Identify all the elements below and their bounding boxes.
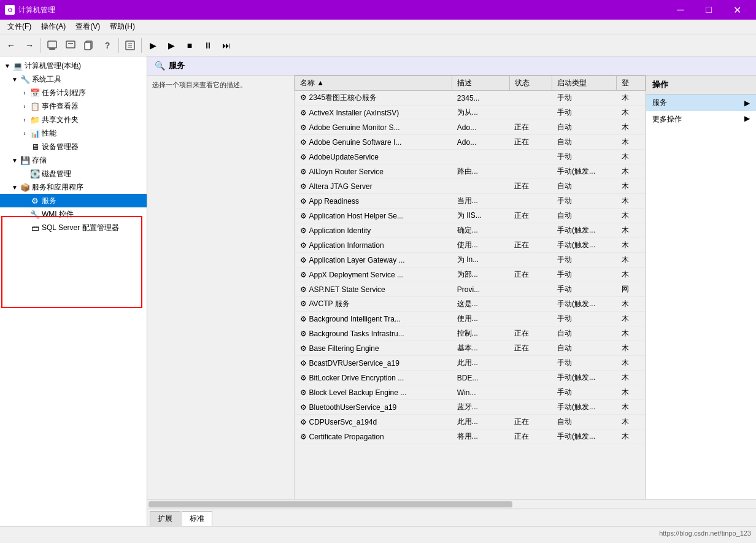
toolbar-help[interactable]: ? [99, 37, 116, 54]
toggle-sql[interactable] [20, 223, 29, 233]
table-row[interactable]: ⚙Application Host Helper Se... 为 IIS... … [295, 209, 646, 223]
service-status [509, 223, 552, 238]
menu-action[interactable]: 操作(A) [36, 20, 71, 33]
sql-icon: 🗃 [29, 222, 40, 233]
service-name: ⚙Altera JTAG Server [295, 179, 452, 194]
tree-services[interactable]: ⚙ 服务 [0, 194, 147, 207]
tree-wmi[interactable]: 🔧 WMI 控件 [0, 207, 147, 221]
table-row[interactable]: ⚙Block Level Backup Engine ... Win... 手动… [295, 385, 646, 400]
menu-file[interactable]: 文件(F) [2, 20, 36, 33]
toggle-system[interactable]: ▼ [10, 74, 20, 84]
tree-storage[interactable]: ▼ 💾 存储 [0, 153, 147, 167]
table-row[interactable]: ⚙App Readiness 当用... 手动 木 [295, 194, 646, 209]
table-row[interactable]: ⚙2345看图王核心服务 2345... 手动 木 [295, 91, 646, 106]
tab-standard[interactable]: 标准 [182, 511, 212, 526]
table-row[interactable]: ⚙Background Intelligent Tra... 使用... 手动 … [295, 312, 646, 326]
table-row[interactable]: ⚙Application Layer Gateway ... 为 In... 手… [295, 253, 646, 268]
toggle-task[interactable]: › [20, 88, 29, 98]
table-row[interactable]: ⚙CDPUserSvc_a194d 此用... 正在 自动 木 [295, 415, 646, 429]
table-row[interactable]: ⚙Base Filtering Engine 基本... 正在 自动 木 [295, 341, 646, 356]
toggle-shared[interactable]: › [20, 115, 29, 125]
table-row[interactable]: ⚙Application Identity 确定... 手动(触发... 木 [295, 223, 646, 238]
toggle-services[interactable] [20, 196, 29, 206]
toggle-event[interactable]: › [20, 101, 29, 111]
service-desc: 为部... [452, 268, 509, 282]
table-row[interactable]: ⚙Certificate Propagation 将用... 正在 手动(触发.… [295, 429, 646, 444]
tree-event-viewer[interactable]: › 📋 事件查看器 [0, 99, 147, 113]
service-login: 木 [617, 194, 646, 209]
col-header-name[interactable]: 名称 ▲ [295, 76, 452, 91]
table-row[interactable]: ⚙BitLocker Drive Encryption ... BDE... 手… [295, 371, 646, 385]
table-row[interactable]: ⚙AdobeUpdateService 手动 木 [295, 150, 646, 164]
toolbar-forward[interactable]: → [21, 37, 38, 54]
scrollbar-thumb[interactable] [148, 501, 512, 507]
toolbar: ← → ? ▶ ▶ ■ ⏸ ⏭ [0, 34, 756, 56]
service-desc: 此用... [452, 415, 509, 429]
close-button[interactable]: ✕ [723, 0, 751, 20]
toolbar-copy[interactable] [80, 37, 98, 54]
tree-disk-management[interactable]: 💽 磁盘管理 [0, 167, 147, 180]
menu-help[interactable]: 帮助(H) [105, 20, 140, 33]
tab-expand[interactable]: 扩展 [150, 511, 180, 526]
service-login: 木 [617, 253, 646, 268]
tree-root[interactable]: ▼ 💻 计算机管理(本地) [0, 59, 147, 72]
toolbar-up[interactable] [44, 37, 61, 54]
toggle-disk[interactable] [20, 169, 29, 179]
tree-services-apps[interactable]: ▼ 📦 服务和应用程序 [0, 180, 147, 194]
toolbar-play2[interactable]: ▶ [163, 37, 180, 54]
horizontal-scrollbar[interactable] [147, 499, 756, 509]
service-startup: 手动(触发... [552, 164, 617, 179]
toggle-wmi[interactable] [20, 209, 29, 219]
maximize-button[interactable]: □ [695, 0, 723, 20]
toolbar-pause[interactable]: ⏸ [199, 37, 217, 54]
table-row[interactable]: ⚙Background Tasks Infrastru... 控制... 正在 … [295, 326, 646, 341]
service-login: 木 [617, 371, 646, 385]
tree-device-manager[interactable]: 🖥 设备管理器 [0, 140, 147, 153]
service-desc [452, 179, 509, 194]
services-table-area[interactable]: 名称 ▲ 描述 状态 启动类型 登 ⚙2345看图王核心服务 2345... 手… [295, 75, 646, 499]
toolbar-skip[interactable]: ⏭ [218, 37, 235, 54]
toggle-root[interactable]: ▼ [2, 61, 12, 71]
toolbar-back[interactable]: ← [2, 37, 20, 54]
col-header-status[interactable]: 状态 [509, 76, 552, 91]
minimize-button[interactable]: ─ [666, 0, 695, 20]
tree-sql-server[interactable]: 🗃 SQL Server 配置管理器 [0, 221, 147, 234]
col-header-login[interactable]: 登 [617, 76, 646, 91]
table-row[interactable]: ⚙AppX Deployment Service ... 为部... 正在 手动… [295, 268, 646, 282]
svg-rect-2 [66, 41, 75, 48]
table-row[interactable]: ⚙BluetoothUserService_a19 蓝牙... 手动(触发...… [295, 400, 646, 415]
tree-performance[interactable]: › 📊 性能 [0, 126, 147, 140]
toggle-perf[interactable]: › [20, 128, 29, 138]
table-row[interactable]: ⚙AVCTP 服务 这是... 手动(触发... 木 [295, 297, 646, 312]
table-row[interactable]: ⚙BcastDVRUserService_a19 此用... 手动 木 [295, 356, 646, 371]
toggle-services-apps[interactable]: ▼ [10, 182, 20, 192]
table-row[interactable]: ⚙Adobe Genuine Software I... Ado... 正在 自… [295, 135, 646, 150]
table-row[interactable]: ⚙AllJoyn Router Service 路由... 手动(触发... 木 [295, 164, 646, 179]
table-row[interactable]: ⚙Application Information 使用... 正在 手动(触发.… [295, 238, 646, 253]
service-startup: 手动(触发... [552, 238, 617, 253]
table-row[interactable]: ⚙ASP.NET State Service Provi... 手动 网 [295, 282, 646, 297]
service-startup: 自动 [552, 135, 617, 150]
status-url: https://blog.csdn.net/tinpo_123 [659, 530, 751, 537]
toolbar-play[interactable]: ▶ [144, 37, 161, 54]
toggle-storage[interactable]: ▼ [10, 155, 20, 165]
toolbar-refresh[interactable] [62, 37, 79, 54]
service-status: 正在 [509, 135, 552, 150]
action-services[interactable]: 服务 ▶ [646, 94, 756, 111]
toggle-device[interactable] [20, 142, 29, 152]
menu-view[interactable]: 查看(V) [71, 20, 105, 33]
col-header-desc[interactable]: 描述 [452, 76, 509, 91]
toolbar-stop[interactable]: ■ [181, 37, 198, 54]
table-row[interactable]: ⚙Altera JTAG Server 正在 自动 木 [295, 179, 646, 194]
toolbar-export[interactable] [122, 37, 139, 54]
action-more[interactable]: 更多操作 ▶ [646, 111, 756, 128]
service-name: ⚙Application Host Helper Se... [295, 209, 452, 223]
tree-shared-folders[interactable]: › 📁 共享文件夹 [0, 113, 147, 126]
table-row[interactable]: ⚙Adobe Genuine Monitor S... Ado... 正在 自动… [295, 120, 646, 135]
col-header-startup[interactable]: 启动类型 [552, 76, 617, 91]
tree-system-tools[interactable]: ▼ 🔧 系统工具 [0, 72, 147, 86]
tree-task-scheduler[interactable]: › 📅 任务计划程序 [0, 86, 147, 99]
action-services-arrow: ▶ [744, 99, 750, 107]
service-status [509, 106, 552, 120]
table-row[interactable]: ⚙ActiveX Installer (AxInstSV) 为从... 手动 木 [295, 106, 646, 120]
